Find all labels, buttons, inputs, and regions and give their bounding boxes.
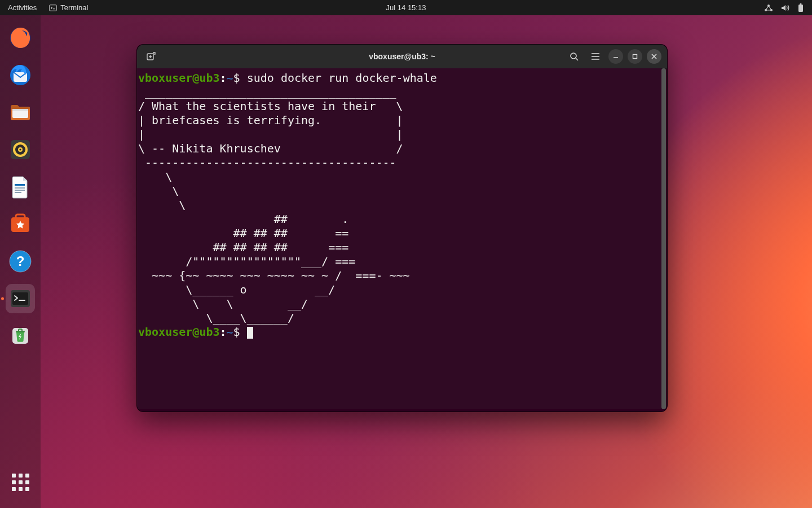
terminal-app-icon	[8, 286, 33, 311]
dock-files[interactable]	[6, 98, 35, 127]
svg-rect-4	[798, 5, 803, 12]
activities-button[interactable]: Activities	[8, 3, 37, 12]
firefox-icon	[8, 25, 33, 50]
show-applications-button[interactable]	[6, 467, 35, 497]
dock-trash[interactable]	[6, 321, 35, 351]
svg-point-15	[19, 148, 21, 150]
terminal-scrollbar[interactable]	[661, 68, 666, 409]
svg-rect-17	[15, 187, 25, 189]
terminal-icon	[49, 4, 57, 12]
svg-text:?: ?	[16, 253, 25, 269]
close-icon	[651, 53, 657, 60]
svg-rect-25	[12, 292, 28, 305]
help-icon: ?	[8, 249, 33, 274]
thunderbird-icon	[8, 63, 33, 87]
hamburger-menu-button[interactable]	[587, 48, 604, 65]
maximize-button[interactable]	[628, 49, 642, 64]
files-icon	[8, 100, 33, 125]
svg-rect-16	[15, 184, 25, 186]
running-indicator-icon	[1, 297, 4, 300]
dock-rhythmbox[interactable]	[6, 135, 35, 164]
top-bar: Activities Terminal Jul 14 15:13	[0, 0, 812, 15]
search-button[interactable]	[566, 48, 582, 65]
minimize-icon	[612, 53, 619, 60]
command-text: sudo docker run docker-whale	[247, 71, 437, 85]
dock-libreoffice-writer[interactable]	[6, 172, 35, 202]
svg-rect-30	[633, 55, 637, 59]
close-button[interactable]	[647, 49, 661, 64]
minimize-button[interactable]	[608, 49, 623, 64]
terminal-titlebar[interactable]: vboxuser@ub3: ~	[137, 45, 667, 69]
terminal-window: vboxuser@ub3: ~ vboxuser@ub3:~$ sudo doc…	[136, 44, 668, 412]
svg-rect-5	[800, 3, 802, 5]
dock: ?	[0, 15, 41, 508]
hamburger-icon	[591, 52, 600, 60]
dock-firefox[interactable]	[6, 23, 35, 52]
app-menu[interactable]: Terminal	[49, 3, 88, 12]
battery-icon[interactable]	[797, 3, 804, 12]
trash-icon	[8, 323, 33, 348]
ubuntu-software-icon	[8, 212, 33, 237]
svg-rect-19	[15, 192, 21, 193]
prompt-path: ~	[227, 71, 233, 85]
dock-ubuntu-software[interactable]	[6, 209, 35, 239]
rhythmbox-icon	[8, 137, 33, 162]
svg-rect-0	[50, 5, 56, 11]
terminal-body[interactable]: vboxuser@ub3:~$ sudo docker run docker-w…	[137, 68, 661, 409]
dock-help[interactable]: ?	[6, 247, 35, 276]
svg-point-29	[571, 53, 576, 59]
search-icon	[570, 52, 579, 62]
new-tab-icon	[146, 51, 156, 62]
dock-terminal[interactable]	[6, 284, 35, 313]
svg-rect-27	[16, 331, 25, 332]
prompt-symbol: $	[233, 71, 240, 85]
command-output: _____________________________________ / …	[138, 85, 410, 325]
svg-rect-18	[15, 190, 25, 191]
cursor-icon	[247, 327, 253, 339]
prompt-user-2: vboxuser@ub3	[138, 325, 220, 339]
dock-thunderbird[interactable]	[6, 60, 35, 90]
svg-rect-10	[12, 109, 28, 111]
window-title: vboxuser@ub3: ~	[369, 52, 435, 61]
apps-grid-icon	[12, 474, 29, 491]
prompt-user: vboxuser@ub3	[138, 71, 220, 85]
network-icon[interactable]	[764, 4, 773, 12]
clock[interactable]: Jul 14 15:13	[386, 3, 426, 12]
libreoffice-writer-icon	[8, 174, 33, 199]
new-tab-button[interactable]	[143, 48, 160, 65]
scrollbar-thumb[interactable]	[661, 68, 666, 409]
maximize-icon	[632, 53, 638, 60]
volume-icon[interactable]	[781, 4, 789, 12]
app-menu-label: Terminal	[60, 3, 88, 12]
prompt-colon: :	[220, 71, 227, 85]
